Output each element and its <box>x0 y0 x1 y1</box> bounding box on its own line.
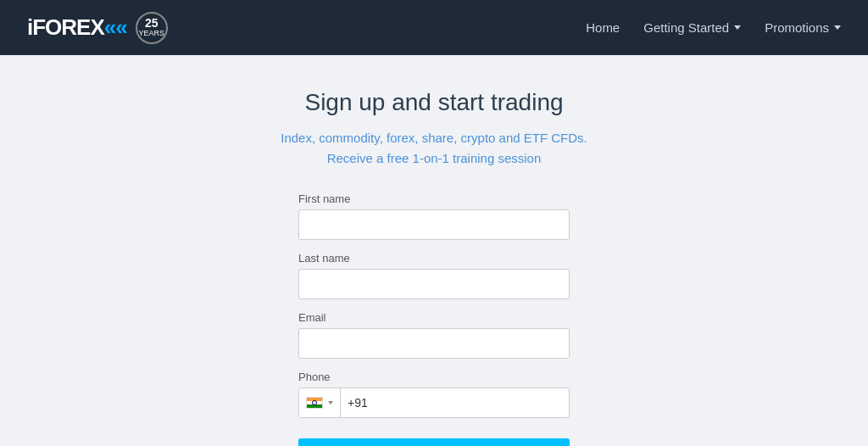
chevron-down-icon <box>834 25 841 30</box>
page-headline: Sign up and start trading <box>304 89 563 116</box>
start-now-button[interactable]: Start now <box>298 438 570 446</box>
nav-home[interactable]: Home <box>586 20 620 35</box>
phone-group: Phone <box>298 371 570 418</box>
subtext-line2: Receive a free 1-on-1 training session <box>327 151 542 165</box>
first-name-label: First name <box>298 192 570 205</box>
nav-getting-started[interactable]: Getting Started <box>643 20 741 35</box>
phone-country-selector[interactable] <box>299 388 341 417</box>
phone-country-chevron-icon <box>328 401 333 404</box>
first-name-input[interactable] <box>298 209 570 240</box>
page-subtext: Index, commodity, forex, share, crypto a… <box>281 128 587 169</box>
email-group: Email <box>298 311 570 359</box>
nav-promotions-label: Promotions <box>765 20 829 35</box>
anniversary-badge: 25 YEARS <box>136 12 168 44</box>
phone-label: Phone <box>298 371 570 383</box>
main-nav: Home Getting Started Promotions <box>586 20 841 35</box>
last-name-group: Last name <box>298 252 570 299</box>
logo: iFOREX«« <box>27 14 127 41</box>
email-input[interactable] <box>298 328 570 359</box>
logo-forex: FOREX <box>32 14 104 40</box>
signup-form: First name Last name Email Phone <box>298 192 570 446</box>
logo-arrows: «« <box>104 14 127 40</box>
main-header: iFOREX«« 25 YEARS Home Getting Started P… <box>0 0 868 55</box>
last-name-label: Last name <box>298 252 570 265</box>
phone-number-input[interactable] <box>341 396 569 410</box>
logo-area: iFOREX«« 25 YEARS <box>27 12 168 44</box>
nav-promotions[interactable]: Promotions <box>765 20 841 35</box>
india-flag-icon <box>306 397 323 409</box>
nav-getting-started-label: Getting Started <box>643 20 729 35</box>
badge-years: YEARS <box>138 30 164 38</box>
main-content: Sign up and start trading Index, commodi… <box>0 55 868 446</box>
flag-chakra <box>312 400 317 405</box>
first-name-group: First name <box>298 192 570 240</box>
last-name-input[interactable] <box>298 269 570 299</box>
badge-number: 25 <box>145 17 159 30</box>
subtext-line1: Index, commodity, forex, share, crypto a… <box>281 131 587 145</box>
phone-input-group <box>298 387 570 418</box>
email-label: Email <box>298 311 570 324</box>
chevron-down-icon <box>734 25 741 30</box>
